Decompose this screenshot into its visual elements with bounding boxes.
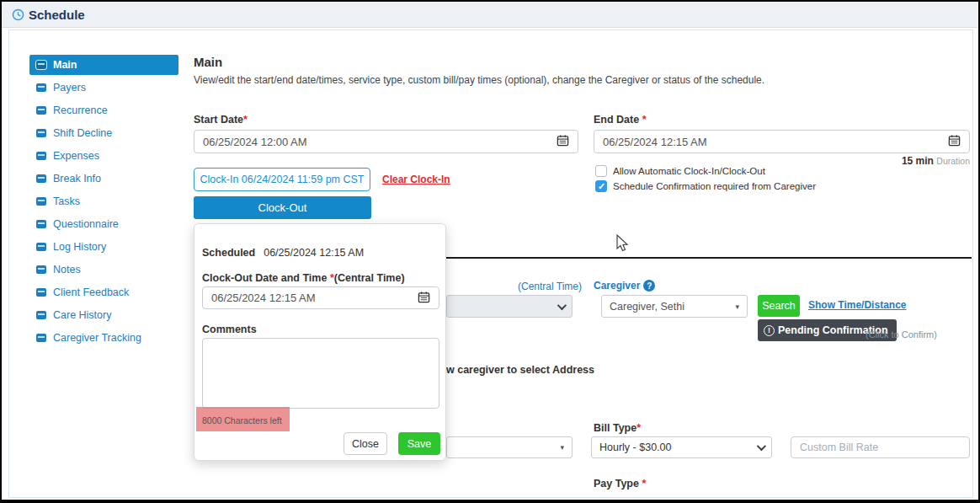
required-asterisk: * bbox=[243, 114, 248, 126]
calendar-icon[interactable] bbox=[418, 291, 430, 306]
auto-clock-checkbox[interactable] bbox=[595, 165, 607, 177]
custom-bill-rate-placeholder: Custom Bill Rate bbox=[800, 441, 878, 453]
sidebar-item-care-history[interactable]: Care History bbox=[29, 305, 178, 325]
click-to-confirm-note: (Click to Confirm) bbox=[865, 329, 937, 340]
card-icon bbox=[36, 174, 46, 183]
card-icon bbox=[36, 243, 46, 251]
sidebar-item-label: Shift Decline bbox=[53, 127, 112, 139]
required-asterisk: * bbox=[642, 478, 646, 490]
clock-out-datetime-label: Clock-Out Date and Time *(Central Time) bbox=[202, 272, 405, 284]
card-icon bbox=[36, 265, 46, 274]
chevron-down-icon bbox=[757, 441, 766, 451]
bill-type-select[interactable]: Hourly - $30.00 bbox=[591, 436, 772, 458]
start-date-value: 06/25/2024 12:00 AM bbox=[203, 136, 307, 148]
close-button[interactable]: Close bbox=[344, 432, 387, 455]
auto-clock-checkbox-row: Allow Automatic Clock-In/Clock-Out bbox=[595, 165, 765, 177]
card-icon bbox=[36, 83, 46, 92]
page-title: Schedule bbox=[29, 8, 85, 22]
dropdown-arrow-icon: ▾ bbox=[735, 302, 739, 311]
bill-type-value: Hourly - $30.00 bbox=[599, 441, 671, 453]
sidebar-item-label: Client Feedback bbox=[53, 286, 129, 298]
card-icon bbox=[36, 220, 46, 228]
calendar-icon[interactable] bbox=[557, 134, 569, 149]
scheduled-value: 06/25/2024 12:15 AM bbox=[264, 247, 364, 259]
card-icon bbox=[36, 288, 46, 297]
sidebar-item-questionnaire[interactable]: Questionnaire bbox=[29, 214, 178, 234]
caregiver-address-text: w caregiver to select Address bbox=[446, 364, 594, 376]
comments-label: Comments bbox=[202, 324, 257, 335]
sidebar-item-recurrence[interactable]: Recurrence bbox=[29, 100, 178, 120]
start-date-label: Start Date* bbox=[194, 114, 248, 126]
service-code-select[interactable]: ▾ bbox=[446, 436, 573, 458]
sidebar-item-label: Notes bbox=[53, 264, 81, 276]
caregiver-label: Caregiver ? bbox=[594, 280, 655, 292]
calendar-icon[interactable] bbox=[948, 134, 961, 149]
header-bar: Schedule bbox=[2, 2, 978, 28]
sidebar-item-label: Recurrence bbox=[53, 104, 108, 116]
confirm-label: Schedule Confirmation required from Care… bbox=[613, 181, 816, 191]
service-type-select[interactable] bbox=[446, 295, 573, 318]
clock-out-button[interactable]: Clock-Out bbox=[194, 196, 371, 219]
card-icon bbox=[36, 61, 46, 69]
section-divider bbox=[446, 257, 972, 259]
scheduled-label: Scheduled bbox=[202, 247, 255, 259]
required-asterisk: * bbox=[642, 114, 647, 126]
schedule-clock-icon bbox=[12, 8, 24, 24]
card-icon bbox=[36, 129, 46, 137]
dropdown-arrow-icon: ▾ bbox=[560, 443, 564, 452]
clock-in-button[interactable]: Clock-In 06/24/2024 11:59 pm CST bbox=[194, 168, 370, 191]
section-description: View/edit the start/end date/times, serv… bbox=[194, 74, 764, 86]
clock-out-modal: Scheduled06/25/2024 12:15 AM Clock-Out D… bbox=[194, 223, 446, 461]
sidebar-item-log-history[interactable]: Log History bbox=[29, 237, 178, 257]
sidebar-item-shift-decline[interactable]: Shift Decline bbox=[29, 123, 178, 143]
sidebar-item-notes[interactable]: Notes bbox=[29, 260, 178, 280]
sidebar-item-caregiver-tracking[interactable]: Caregiver Tracking bbox=[29, 328, 178, 348]
sidebar-nav: Main Payers Recurrence Shift Decline Exp… bbox=[29, 55, 178, 348]
pay-type-label: Pay Type * bbox=[594, 478, 646, 490]
save-button[interactable]: Save bbox=[398, 432, 440, 455]
card-icon bbox=[36, 334, 46, 342]
exclamation-icon: ! bbox=[764, 325, 775, 336]
start-date-input[interactable]: 06/25/2024 12:00 AM bbox=[194, 130, 578, 153]
sidebar-item-label: Payers bbox=[53, 82, 86, 94]
confirm-checkbox[interactable] bbox=[595, 180, 607, 192]
sidebar-item-expenses[interactable]: Expenses bbox=[29, 146, 178, 166]
sidebar-item-tasks[interactable]: Tasks bbox=[29, 191, 178, 211]
clock-out-datetime-input[interactable]: 06/25/2024 12:15 AM bbox=[202, 286, 439, 309]
sidebar-item-client-feedback[interactable]: Client Feedback bbox=[29, 282, 178, 302]
search-button[interactable]: Search bbox=[758, 295, 800, 317]
mouse-cursor bbox=[616, 234, 630, 256]
show-time-distance-link[interactable]: Show Time/Distance bbox=[808, 299, 906, 311]
chevron-down-icon bbox=[557, 300, 567, 309]
required-asterisk: * bbox=[636, 422, 641, 434]
help-icon[interactable]: ? bbox=[643, 280, 655, 292]
end-date-input[interactable]: 06/25/2024 12:15 AM bbox=[594, 130, 970, 153]
caregiver-value: Caregiver, Sethi bbox=[610, 301, 684, 313]
card-icon bbox=[36, 106, 46, 115]
caregiver-select[interactable]: Caregiver, Sethi ▾ bbox=[601, 295, 748, 318]
sidebar-item-break-info[interactable]: Break Info bbox=[29, 169, 178, 189]
scheduled-row: Scheduled06/25/2024 12:15 AM bbox=[202, 247, 364, 259]
clock-out-datetime-value: 06/25/2024 12:15 AM bbox=[211, 292, 316, 304]
sidebar-item-label: Questionnaire bbox=[53, 218, 119, 230]
sidebar-item-label: Main bbox=[53, 59, 77, 71]
sidebar-item-label: Log History bbox=[53, 241, 106, 253]
comments-textarea[interactable] bbox=[202, 338, 439, 409]
confirm-checkbox-row: Schedule Confirmation required from Care… bbox=[595, 180, 816, 192]
bill-type-label: Bill Type* bbox=[594, 422, 641, 434]
end-date-value: 06/25/2024 12:15 AM bbox=[603, 136, 707, 148]
end-date-label: End Date * bbox=[594, 114, 647, 126]
sidebar-item-label: Care History bbox=[53, 309, 111, 321]
characters-left-note: 8000 Characters left bbox=[202, 415, 282, 425]
card-icon bbox=[36, 152, 46, 160]
app-window: Schedule Main Payers Recurrence Shift De… bbox=[0, 0, 980, 503]
clear-clock-in-link[interactable]: Clear Clock-In bbox=[382, 174, 450, 185]
custom-bill-rate-input[interactable]: Custom Bill Rate bbox=[791, 436, 970, 458]
sidebar-item-label: Expenses bbox=[53, 150, 99, 162]
section-title: Main bbox=[194, 55, 222, 69]
auto-clock-label: Allow Automatic Clock-In/Clock-Out bbox=[613, 166, 765, 176]
sidebar-item-main[interactable]: Main bbox=[29, 55, 178, 75]
sidebar-item-payers[interactable]: Payers bbox=[29, 78, 178, 98]
central-time-note: (Central Time) bbox=[518, 281, 582, 292]
card-icon bbox=[36, 311, 46, 319]
